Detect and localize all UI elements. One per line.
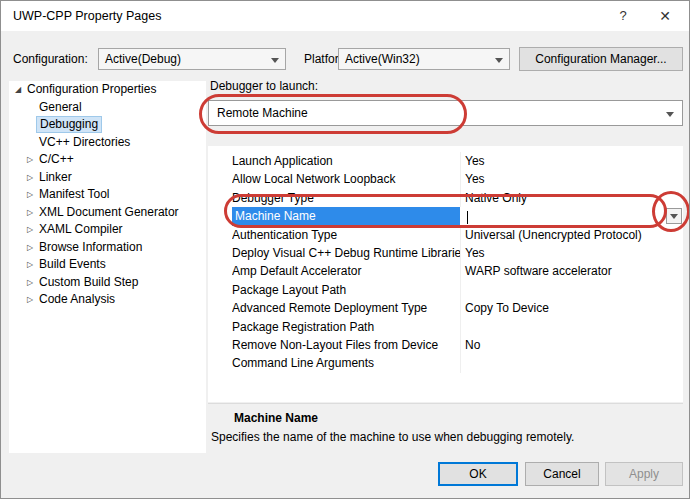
- chevron-down-icon: [666, 112, 674, 117]
- configuration-tree: ◢ Configuration Properties General Debug…: [9, 81, 206, 453]
- debugger-to-launch-label: Debugger to launch:: [210, 79, 318, 93]
- chevron-down-icon: [670, 214, 678, 219]
- grid-row-allow-local-network-loopback[interactable]: Allow Local Network Loopback Yes: [208, 170, 683, 188]
- grid-row-deploy-debug-runtime-libraries[interactable]: Deploy Visual C++ Debug Runtime Librarie…: [208, 244, 683, 262]
- configuration-select[interactable]: Active(Debug): [98, 48, 286, 70]
- tree-item-build-events[interactable]: ▷ Build Events: [9, 256, 206, 274]
- description-title: Machine Name: [234, 411, 683, 425]
- tree-item-custom-build-step[interactable]: ▷ Custom Build Step: [9, 274, 206, 292]
- configuration-label: Configuration:: [13, 48, 88, 70]
- grid-row-authentication-type[interactable]: Authentication Type Universal (Unencrypt…: [208, 226, 683, 244]
- platform-value: Active(Win32): [345, 52, 420, 66]
- grid-row-advanced-remote-deployment-type[interactable]: Advanced Remote Deployment Type Copy To …: [208, 299, 683, 317]
- grid-row-remove-non-layout-files[interactable]: Remove Non-Layout Files from Device No: [208, 336, 683, 354]
- grid-row-package-registration-path[interactable]: Package Registration Path: [208, 318, 683, 336]
- collapse-arrow-icon[interactable]: ▷: [24, 208, 36, 217]
- window-title: UWP-CPP Property Pages: [13, 1, 161, 31]
- tree-item-linker[interactable]: ▷ Linker: [9, 169, 206, 187]
- grid-row-debugger-type[interactable]: Debugger Type Native Only: [208, 189, 683, 207]
- collapse-arrow-icon[interactable]: ▷: [24, 295, 36, 304]
- tree-item-debugging[interactable]: Debugging: [9, 116, 206, 134]
- grid-row-command-line-arguments[interactable]: Command Line Arguments: [208, 354, 683, 372]
- tree-item-c-cpp[interactable]: ▷ C/C++: [9, 151, 206, 169]
- collapse-arrow-icon[interactable]: ▷: [24, 278, 36, 287]
- cancel-button[interactable]: Cancel: [525, 462, 599, 486]
- ok-button[interactable]: OK: [438, 462, 518, 486]
- titlebar: UWP-CPP Property Pages ? ✕: [1, 1, 689, 31]
- tree-item-xml-document-generator[interactable]: ▷ XML Document Generator: [9, 204, 206, 222]
- text-caret: [467, 211, 468, 224]
- tree-item-manifest-tool[interactable]: ▷ Manifest Tool: [9, 186, 206, 204]
- property-description-pane: Machine Name Specifies the name of the m…: [208, 403, 683, 453]
- configuration-manager-button[interactable]: Configuration Manager...: [519, 47, 683, 71]
- tree-item-browse-information[interactable]: ▷ Browse Information: [9, 239, 206, 257]
- apply-button[interactable]: Apply: [605, 462, 683, 486]
- machine-name-input[interactable]: [460, 207, 683, 225]
- grid-row-machine-name[interactable]: Machine Name: [208, 207, 683, 225]
- machine-name-dropdown-button[interactable]: [666, 208, 682, 224]
- grid-row-launch-application[interactable]: Launch Application Yes: [208, 152, 683, 170]
- property-grid: Launch Application Yes Allow Local Netwo…: [208, 146, 683, 402]
- collapse-arrow-icon[interactable]: ▷: [24, 173, 36, 182]
- tree-item-vc-directories[interactable]: VC++ Directories: [9, 134, 206, 152]
- chevron-down-icon: [271, 58, 279, 63]
- chevron-down-icon: [495, 58, 503, 63]
- debugger-select[interactable]: Remote Machine: [208, 100, 683, 126]
- tree-item-general[interactable]: General: [9, 99, 206, 117]
- property-pages-dialog: UWP-CPP Property Pages ? ✕ Configuration…: [0, 0, 690, 499]
- grid-row-amp-default-accelerator[interactable]: Amp Default Accelerator WARP software ac…: [208, 262, 683, 280]
- expand-arrow-icon[interactable]: ◢: [12, 85, 24, 94]
- tree-item-configuration-properties[interactable]: ◢ Configuration Properties: [9, 81, 206, 99]
- collapse-arrow-icon[interactable]: ▷: [24, 225, 36, 234]
- configuration-value: Active(Debug): [105, 52, 181, 66]
- grid-row-package-layout-path[interactable]: Package Layout Path: [208, 281, 683, 299]
- tree-item-xaml-compiler[interactable]: ▷ XAML Compiler: [9, 221, 206, 239]
- close-icon[interactable]: ✕: [645, 1, 685, 31]
- description-text: Specifies the name of the machine to use…: [211, 430, 683, 444]
- tree-item-code-analysis[interactable]: ▷ Code Analysis: [9, 291, 206, 309]
- collapse-arrow-icon[interactable]: ▷: [24, 260, 36, 269]
- platform-select[interactable]: Active(Win32): [338, 48, 510, 70]
- collapse-arrow-icon[interactable]: ▷: [24, 190, 36, 199]
- help-icon[interactable]: ?: [603, 1, 643, 31]
- collapse-arrow-icon[interactable]: ▷: [24, 155, 36, 164]
- debugger-select-value: Remote Machine: [217, 106, 308, 120]
- collapse-arrow-icon[interactable]: ▷: [24, 243, 36, 252]
